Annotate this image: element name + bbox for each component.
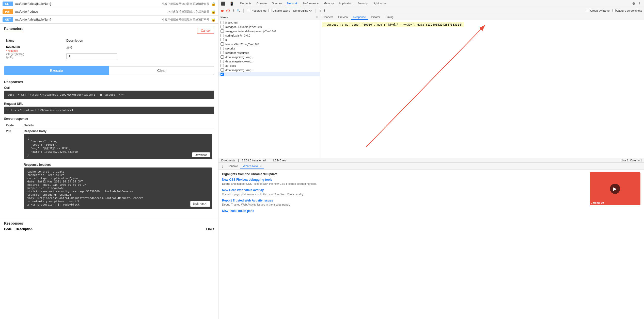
network-toolbar: ⏺ 🚫 ⬇ 🔍 Preserve log Disable cache No th… [218, 7, 644, 14]
tab-security[interactable]: Security [355, 1, 370, 6]
search-button[interactable]: 🔍 [237, 9, 240, 12]
disable-cache-checkbox[interactable]: Disable cache [269, 9, 290, 12]
file-item-checkbox-bundle[interactable] [221, 25, 224, 28]
responses-section: Responses Curl curl -X GET "https://loca… [0, 77, 218, 216]
preserve-log-label: Preserve log [251, 9, 266, 12]
file-list-close[interactable]: ✕ [316, 15, 318, 19]
file-item-checkbox-index[interactable] [221, 21, 224, 24]
param-required: * required [6, 49, 18, 52]
curl-section: Curl curl -X GET "https://localhost:9292… [4, 86, 214, 99]
file-item-svg2[interactable]: data:image/svg+xml;... [218, 59, 320, 63]
file-item-favicon[interactable]: favicon-32x32.png?v=3.0.0 [218, 42, 320, 46]
whats-new-title-trusted-web[interactable]: Report Trusted Web Activity issues [222, 199, 586, 202]
download-icon[interactable]: ⬇ [323, 9, 326, 12]
video-play-button[interactable]: ▶ [610, 184, 620, 194]
endpoint-desc-2: 小程序取消菜返回减少之后的数量 [167, 10, 209, 14]
file-item-checkbox-favicon[interactable] [221, 42, 224, 46]
file-item-checkbox-1[interactable] [221, 73, 224, 76]
tab-initiator[interactable]: Initiator [368, 15, 383, 20]
response-headers-block: cache-control: private connection: keep-… [24, 167, 212, 209]
preserve-log-input[interactable] [247, 9, 250, 12]
disable-cache-input[interactable] [269, 9, 272, 12]
param-path: (path) [6, 56, 62, 59]
status-resources: 1.5 MB res [273, 159, 286, 162]
file-item-1[interactable]: 1 [218, 72, 320, 76]
devtools-panel: ⬛ 📱 Elements Console Sources Network Per… [218, 0, 644, 319]
translate-button[interactable]: 翻译(Alt+A) [190, 201, 210, 207]
tab-preview[interactable]: Preview [336, 15, 351, 20]
file-item-springfox[interactable]: springfox.js?v=3.0.0 [218, 33, 320, 38]
preserve-log-checkbox[interactable]: Preserve log [247, 9, 266, 12]
file-item-checkbox-svg1[interactable] [221, 55, 224, 59]
tab-elements[interactable]: Elements [237, 1, 254, 6]
file-item-swagger-resources[interactable]: swagger-resources [218, 51, 320, 55]
capture-screenshots-checkbox[interactable]: Capture screenshots [612, 9, 642, 12]
file-item-checkbox-swagger-resources[interactable] [221, 51, 224, 54]
record-button[interactable]: ⏺ [221, 9, 224, 13]
file-item-index[interactable]: index.html [218, 20, 320, 25]
tab-lighthouse[interactable]: Lighthouse [370, 1, 389, 6]
tab-memory[interactable]: Memory [321, 1, 336, 6]
file-item-standalone[interactable]: swagger-ui-standalone-preset.js?v=3.0.0 [218, 29, 320, 33]
clear-network-button[interactable]: 🚫 [226, 9, 230, 12]
tab-network[interactable]: Network [285, 1, 300, 6]
status-separator-1: | [238, 159, 239, 162]
action-buttons: Execute Clear [4, 66, 214, 75]
file-item-svg1[interactable]: data:image/svg+xml;... [218, 55, 320, 59]
group-by-frame-checkbox[interactable]: Group by frame [586, 9, 609, 12]
file-item-ui[interactable]: ui [218, 38, 320, 42]
file-item-security[interactable]: security [218, 46, 320, 51]
file-item-checkbox-api-docs[interactable] [221, 64, 224, 67]
tab-response[interactable]: Response [351, 15, 369, 20]
execute-button[interactable]: Execute [4, 66, 109, 75]
file-item-checkbox-standalone[interactable] [221, 29, 224, 33]
endpoint-get-price[interactable]: GET /wx/order/price/{tableNum} 小程序根据桌号查获… [0, 0, 218, 8]
cancel-button[interactable]: Cancel [197, 28, 214, 34]
tab-console-bottom[interactable]: Console [225, 163, 240, 169]
endpoint-put-reduce[interactable]: PUT /wx/order/reduce 小程序取消菜返回减少之后的数量 🔒 [0, 8, 218, 16]
whats-new-item-web-vitals: New Core Web Vitals overlay Visualize pa… [222, 188, 586, 196]
clear-button[interactable]: Clear [109, 66, 214, 75]
file-item-checkbox-svg2[interactable] [221, 60, 224, 63]
whats-new-title-web-vitals[interactable]: New Core Web Vitals overlay [222, 188, 586, 192]
file-item-checkbox-ui[interactable] [221, 38, 224, 41]
file-item-api-docs[interactable]: api-docs [218, 63, 320, 68]
whats-new-title-trust-token[interactable]: New Trust Token pane [222, 209, 586, 213]
throttle-select[interactable]: No throttling [292, 9, 312, 12]
file-item-checkbox-security[interactable] [221, 47, 224, 50]
tab-whats-new[interactable]: What's New ✕ [240, 163, 264, 169]
params-title: Parameters [4, 27, 23, 32]
tab-timing[interactable]: Timing [383, 15, 396, 20]
file-item-bundle[interactable]: swagger-ui-bundle.js?v=3.0.0 [218, 25, 320, 29]
file-item-checkbox-svg3[interactable] [221, 68, 224, 72]
tab-sources[interactable]: Sources [269, 1, 285, 6]
devtools-inspect-icon[interactable]: ⬛ [221, 1, 226, 6]
file-item-checkbox-springfox[interactable] [221, 34, 224, 37]
download-button[interactable]: Download [192, 152, 210, 157]
devtools-device-icon[interactable]: 📱 [229, 1, 234, 6]
filter-button[interactable]: ⬇ [232, 9, 234, 12]
tab-application[interactable]: Application [336, 1, 355, 6]
file-item-svg3[interactable]: data:image/svg+xml;... [218, 68, 320, 72]
endpoint-get-table[interactable]: GET /wx/order/table/{tableNum} 小程序根据桌号查获… [0, 16, 218, 24]
whats-new-title-flexbox[interactable]: New CSS Flexbox debugging tools [222, 178, 586, 181]
tab-performance[interactable]: Performance [300, 1, 321, 6]
status-transferred: 68.0 kB transferred [242, 159, 266, 162]
upload-icon[interactable]: ⬆ [319, 9, 321, 12]
response-tabs: Headers Preview Response Initiator Timin… [320, 14, 644, 20]
settings-icon[interactable]: ⚙ [632, 1, 636, 6]
whats-new-video[interactable]: ▶ Chrome 90 [590, 172, 640, 205]
group-by-frame-input[interactable] [586, 9, 589, 12]
response-detail-panel: Headers Preview Response Initiator Timin… [320, 14, 644, 158]
param-input[interactable] [66, 53, 117, 59]
more-options-icon[interactable]: ⋮ [637, 1, 642, 6]
tab-console[interactable]: Console [254, 1, 269, 6]
param-type: integer($int32) [6, 53, 62, 56]
response-table: Code Details 200 Response body { "succes… [4, 123, 214, 210]
params-section: Parameters Cancel Name Description table… [0, 24, 218, 64]
menu-dots[interactable]: ⋮ [221, 164, 224, 168]
capture-screenshots-input[interactable] [612, 9, 616, 12]
tab-headers[interactable]: Headers [320, 15, 336, 20]
response-body-text: { "success": true, "code": "00000", "msg… [27, 137, 209, 157]
whats-new-close[interactable]: ✕ [260, 165, 262, 167]
